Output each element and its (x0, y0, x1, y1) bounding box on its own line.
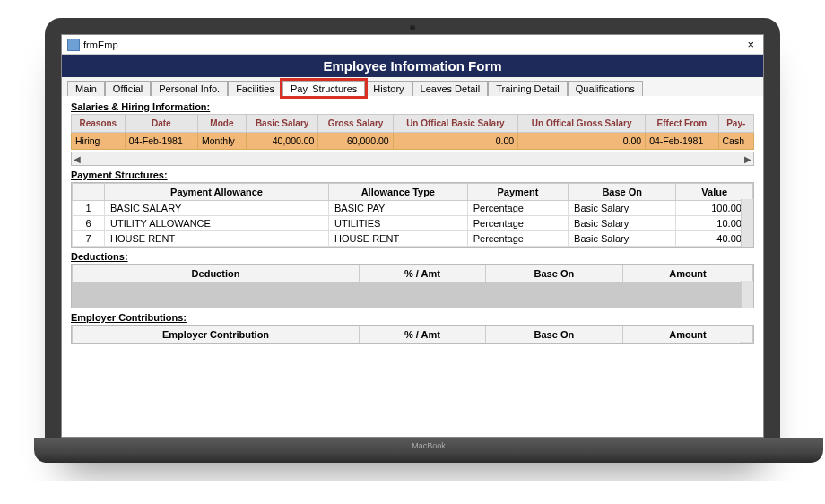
salaries-col-header: Un Offical Basic Salary (393, 115, 517, 133)
ps-row[interactable]: 1BASIC SALARYBASIC PAYPercentageBasic Sa… (73, 201, 753, 216)
ps-col-header: Payment Allowance (105, 184, 329, 201)
employer-contrib-grid: Employer Contribution% / AmtBase OnAmoun… (71, 325, 754, 344)
tab-official[interactable]: Official (105, 81, 151, 96)
deductions-label: Deductions: (71, 251, 754, 262)
tab-leaves-detail[interactable]: Leaves Detail (412, 81, 489, 96)
deductions-empty (72, 282, 753, 308)
laptop-frame: frmEmp × Employee Information Form MainO… (45, 18, 780, 463)
tab-strip: MainOfficialPersonal Info.FacilitiesPay.… (62, 77, 763, 96)
window-title: frmEmp (83, 39, 118, 50)
ps-col-header: Payment (467, 184, 568, 201)
ec-col-header: Base On (485, 326, 622, 343)
deductions-col-header: Deduction (73, 265, 360, 282)
scroll-right-icon[interactable]: ▶ (744, 154, 751, 164)
employer-contrib-label: Employer Contributions: (71, 312, 754, 323)
screen: frmEmp × Employee Information Form MainO… (61, 34, 764, 438)
deductions-col-header: % / Amt (360, 265, 486, 282)
ps-col-header: Allowance Type (329, 184, 468, 201)
laptop-base: MacBook (34, 438, 823, 463)
salaries-col-header: Effect From (646, 115, 718, 133)
ec-col-header: Employer Contribution (73, 326, 360, 343)
tab-personal-info-[interactable]: Personal Info. (151, 81, 228, 96)
close-icon[interactable]: × (743, 38, 758, 51)
ps-row[interactable]: 6UTILITY ALLOWANCEUTILITIESPercentageBas… (73, 216, 753, 231)
ec-col-header: Amount (622, 326, 752, 343)
employer-contrib-vscroll[interactable] (741, 342, 753, 343)
salaries-col-header: Pay- (718, 115, 753, 133)
ps-col-header: Value (676, 184, 753, 201)
content-area: Salaries & Hiring Information: ReasonsDa… (62, 96, 763, 353)
scroll-left-icon[interactable]: ◀ (74, 154, 81, 164)
tab-history[interactable]: History (365, 81, 412, 96)
payment-structures-label: Payment Structures: (71, 169, 754, 180)
ec-col-header: % / Amt (360, 326, 486, 343)
salaries-col-header: Gross Salary (318, 115, 393, 133)
laptop-label: MacBook (412, 441, 446, 450)
tab-training-detail[interactable]: Training Detail (488, 81, 568, 96)
salaries-col-header: Un Offical Gross Salary (518, 115, 646, 133)
payment-structures-vscroll[interactable] (741, 199, 753, 247)
deductions-vscroll[interactable] (741, 281, 753, 308)
tab-qualifications[interactable]: Qualifications (568, 81, 643, 96)
deductions-col-header: Base On (485, 265, 622, 282)
salaries-label: Salaries & Hiring Information: (71, 101, 754, 112)
tab-main[interactable]: Main (67, 81, 105, 96)
titlebar: frmEmp × (62, 35, 763, 55)
deductions-col-header: Amount (622, 265, 752, 282)
payment-structures-grid: Payment AllowanceAllowance TypePaymentBa… (71, 182, 754, 248)
salaries-table: ReasonsDateModeBasic SalaryGross SalaryU… (71, 114, 754, 150)
salaries-col-header: Date (125, 115, 197, 133)
salaries-row[interactable]: Hiring04-Feb-1981Monthly40,000.0060,000.… (72, 133, 754, 150)
app-icon (67, 39, 80, 51)
ps-col-header (73, 184, 105, 201)
salaries-col-header: Basic Salary (246, 115, 318, 133)
deductions-grid: Deduction% / AmtBase OnAmount (71, 264, 754, 308)
ps-col-header: Base On (569, 184, 676, 201)
page-title: Employee Information Form (62, 55, 763, 77)
salaries-col-header: Mode (197, 115, 246, 133)
salaries-hscroll[interactable]: ◀ ▶ (71, 152, 754, 166)
tab-facilities[interactable]: Facilities (228, 81, 282, 96)
laptop-camera (410, 25, 415, 30)
salaries-col-header: Reasons (72, 115, 126, 133)
tab-pay-structures[interactable]: Pay. Structures (282, 81, 365, 96)
ps-row[interactable]: 7HOUSE RENTHOUSE RENTPercentageBasic Sal… (73, 231, 753, 247)
